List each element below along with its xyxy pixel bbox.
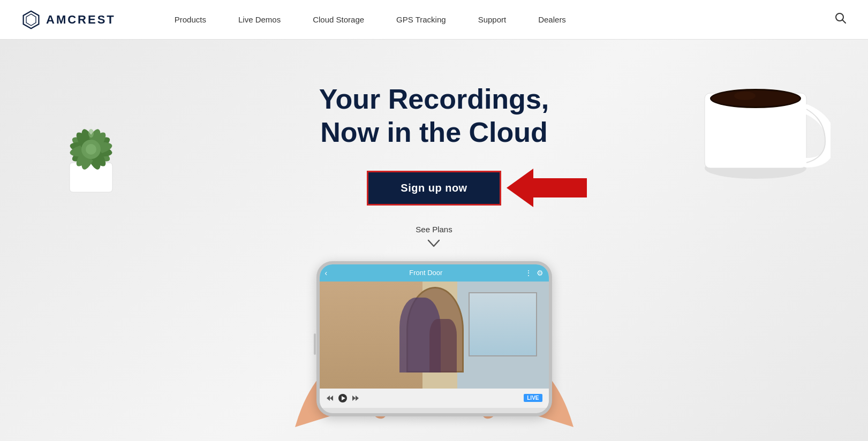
nav-item-dealers[interactable]: Dealers [522, 0, 582, 40]
svg-point-19 [712, 90, 799, 107]
forward-icon [352, 394, 359, 402]
svg-point-15 [88, 129, 94, 138]
svg-point-20 [734, 92, 756, 100]
phone-mockup-container: ‹ Front Door ⋮ ⚙ [295, 261, 573, 427]
signup-button[interactable]: Sign up now [367, 171, 501, 206]
phone-app-topbar: ‹ Front Door ⋮ ⚙ [320, 264, 549, 282]
nav-links: Products Live Demos Cloud Storage GPS Tr… [158, 0, 835, 40]
svg-marker-28 [356, 396, 359, 401]
phone-demo-area: ‹ Front Door ⋮ ⚙ [295, 261, 573, 427]
brand-name: AMCREST [46, 13, 116, 27]
chevron-down-icon[interactable] [319, 238, 549, 250]
navbar: AMCREST Products Live Demos Cloud Storag… [0, 0, 868, 40]
nav-item-gps-tracking[interactable]: GPS Tracking [380, 0, 462, 40]
svg-marker-23 [327, 396, 330, 401]
phone-screen [320, 282, 549, 389]
phone-controls-bar: LIVE [320, 389, 549, 408]
arrow-body [533, 178, 587, 197]
coffee-svg [686, 50, 831, 189]
logo-link[interactable]: AMCREST [21, 10, 116, 29]
phone-side-button [314, 333, 316, 355]
phone-camera-label: Front Door [331, 269, 520, 277]
arrow-decoration [507, 169, 587, 207]
nav-item-support[interactable]: Support [462, 0, 523, 40]
phone-frame: ‹ Front Door ⋮ ⚙ [316, 261, 552, 416]
svg-marker-27 [352, 396, 356, 401]
nav-item-cloud-storage[interactable]: Cloud Storage [297, 0, 380, 40]
cta-wrapper: Sign up now [367, 171, 501, 206]
hero-title: Your Recordings, Now in the Cloud [319, 82, 549, 149]
search-icon[interactable] [835, 12, 847, 27]
svg-point-14 [86, 144, 96, 155]
nav-item-live-demos[interactable]: Live Demos [222, 0, 297, 40]
hero-content: Your Recordings, Now in the Cloud Sign u… [319, 40, 549, 250]
coffee-decoration [686, 50, 836, 189]
rewind-icon [326, 394, 334, 402]
screen-interior [320, 282, 549, 389]
svg-marker-1 [26, 14, 36, 26]
plant-decoration [21, 56, 171, 206]
see-plans-link[interactable]: See Plans [319, 225, 549, 234]
plant-svg [21, 56, 161, 195]
hero-section: Your Recordings, Now in the Cloud Sign u… [0, 40, 868, 441]
svg-rect-4 [70, 163, 112, 192]
svg-marker-24 [330, 396, 333, 401]
nav-item-products[interactable]: Products [158, 0, 222, 40]
play-controls [326, 393, 359, 403]
amcrest-logo-icon [21, 10, 41, 29]
play-icon [338, 393, 348, 403]
live-badge: LIVE [524, 394, 542, 402]
svg-line-3 [842, 20, 846, 23]
arrow-head [507, 169, 533, 207]
